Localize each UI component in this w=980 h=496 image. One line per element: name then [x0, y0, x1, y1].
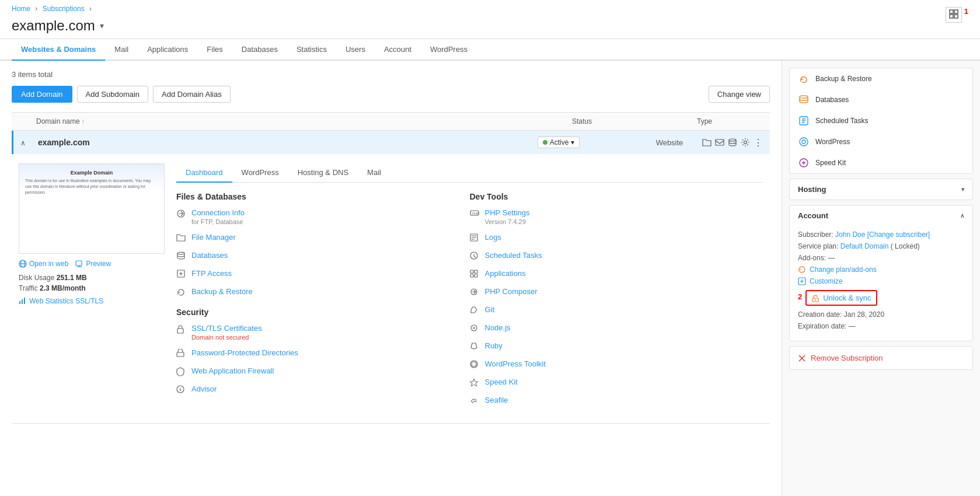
domain-tab-hosting-dns[interactable]: Hosting & DNS — [288, 163, 358, 183]
applications-item[interactable]: Applications — [470, 269, 763, 280]
database-action-icon[interactable] — [728, 137, 737, 148]
unlock-sync-button[interactable]: Unlock & sync — [805, 290, 877, 306]
domain-tab-mail[interactable]: Mail — [358, 163, 390, 183]
tab-applications[interactable]: Applications — [138, 39, 197, 61]
scheduled-tasks-link[interactable]: Scheduled Tasks — [485, 251, 542, 260]
breadcrumb-home[interactable]: Home — [12, 5, 30, 13]
ftp-access-link[interactable]: FTP Access — [191, 269, 232, 278]
files-databases-title: Files & Databases — [176, 192, 470, 201]
open-in-web-link[interactable]: Open in web — [19, 260, 68, 268]
svg-rect-2 — [950, 15, 953, 18]
waf-link[interactable]: Web Application Firewall — [191, 366, 274, 375]
speedkit-link[interactable]: Speed Kit — [485, 378, 518, 386]
backup-icon — [176, 288, 187, 298]
ssl-error: Domain not secured — [191, 334, 249, 341]
domain-tab-wordpress[interactable]: WordPress — [232, 163, 288, 183]
applications-link[interactable]: Applications — [485, 269, 526, 278]
seafile-link[interactable]: Seafile — [485, 396, 508, 404]
pwd-protected-link[interactable]: Password-Protected Directories — [191, 348, 298, 357]
domain-status[interactable]: Active ▾ — [494, 137, 623, 148]
service-plan-link[interactable]: Default Domain — [841, 242, 889, 250]
sidebar-item-scheduled-tasks[interactable]: Scheduled Tasks — [790, 110, 972, 131]
databases-item[interactable]: Databases — [176, 251, 470, 262]
corner-button[interactable] — [946, 7, 962, 23]
logs-link[interactable]: Logs — [485, 233, 501, 242]
breadcrumb-subscriptions[interactable]: Subscriptions — [43, 5, 85, 13]
tab-databases[interactable]: Databases — [232, 39, 287, 61]
tab-account[interactable]: Account — [375, 39, 421, 61]
waf-item[interactable]: Web Application Firewall — [176, 366, 470, 378]
preview-link[interactable]: Preview — [75, 260, 111, 268]
add-domain-alias-button[interactable]: Add Domain Alias — [153, 86, 231, 103]
tab-files[interactable]: Files — [197, 39, 232, 61]
sidebar-item-wordpress[interactable]: WordPress — [790, 131, 972, 152]
advisor-item[interactable]: Advisor — [176, 385, 470, 396]
subscriber-link[interactable]: John Doe — [835, 230, 865, 239]
more-action-icon[interactable]: ⋮ — [754, 137, 763, 148]
disk-usage-label: Disk Usage — [19, 274, 54, 282]
wordpress-toolkit-link[interactable]: WordPress Toolkit — [485, 359, 546, 368]
svg-rect-4 — [716, 139, 724, 145]
speedkit-item[interactable]: Speed Kit — [470, 378, 763, 389]
folder-action-icon[interactable] — [702, 137, 712, 148]
ruby-link[interactable]: Ruby — [485, 341, 503, 350]
dev-tools-title: Dev Tools — [470, 192, 763, 201]
domain-tab-dashboard[interactable]: Dashboard — [176, 163, 232, 183]
logs-item[interactable]: Logs — [470, 233, 763, 244]
svg-rect-16 — [177, 352, 184, 357]
backup-restore-item[interactable]: Backup & Restore — [176, 287, 470, 298]
nodejs-item[interactable]: Node.js — [470, 323, 763, 334]
scheduled-tasks-item[interactable]: Scheduled Tasks — [470, 251, 763, 262]
wordpress-toolkit-item[interactable]: WordPress Toolkit — [470, 359, 763, 371]
tab-users[interactable]: Users — [336, 39, 375, 61]
mail-action-icon[interactable] — [715, 137, 724, 148]
sidebar-item-backup[interactable]: Backup & Restore — [790, 68, 972, 89]
git-item[interactable]: Git — [470, 305, 763, 316]
remove-subscription-button[interactable]: Remove Subscription — [798, 354, 964, 362]
table-header: Domain name ↑ Status Type — [12, 112, 770, 131]
pwd-protected-item[interactable]: Password-Protected Directories — [176, 348, 470, 359]
account-section-header[interactable]: Account ∧ — [790, 205, 972, 226]
connection-info-link[interactable]: Connection Info — [191, 208, 245, 217]
customize-link[interactable]: Customize — [798, 277, 964, 285]
connection-info-item[interactable]: Connection Info for FTP, Database — [176, 208, 470, 226]
add-subdomain-button[interactable]: Add Subdomain — [77, 86, 149, 103]
backup-restore-link[interactable]: Backup & Restore — [191, 287, 253, 296]
file-manager-item[interactable]: File Manager — [176, 233, 470, 244]
php-composer-item[interactable]: PHP Composer — [470, 287, 763, 298]
stats-link[interactable]: Web Statistics SSL/TLS — [19, 297, 165, 305]
nodejs-link[interactable]: Node.js — [485, 323, 511, 332]
col-domain-name[interactable]: Domain name ↑ — [36, 117, 518, 125]
hosting-section-header[interactable]: Hosting ▾ — [790, 179, 972, 200]
ssl-item[interactable]: SSL/TLS Certificates Domain not secured — [176, 324, 470, 341]
title-dropdown-icon[interactable]: ▾ — [100, 21, 104, 30]
ftp-access-item[interactable]: FTP Access — [176, 269, 470, 280]
file-manager-link[interactable]: File Manager — [191, 233, 236, 242]
row-toggle[interactable]: ∧ — [20, 138, 38, 147]
databases-link[interactable]: Databases — [191, 251, 228, 260]
pwd-icon — [176, 349, 187, 359]
change-plan-link[interactable]: Change plan/add-ons — [798, 266, 964, 274]
php-composer-link[interactable]: PHP Composer — [485, 287, 538, 296]
tab-wordpress[interactable]: WordPress — [421, 39, 477, 61]
tab-websites-domains[interactable]: Websites & Domains — [12, 39, 105, 61]
php-settings-link[interactable]: PHP Settings — [485, 208, 530, 217]
sidebar-item-speedkit[interactable]: Speed Kit — [790, 152, 972, 173]
change-view-button[interactable]: Change view — [709, 86, 770, 103]
change-subscriber-link[interactable]: [Change subscriber] — [867, 230, 930, 239]
tab-statistics[interactable]: Statistics — [287, 39, 336, 61]
seafile-item[interactable]: Seafile — [470, 396, 763, 407]
tab-mail[interactable]: Mail — [105, 39, 138, 61]
advisor-link[interactable]: Advisor — [191, 385, 217, 393]
sidebar-item-databases[interactable]: Databases — [790, 89, 972, 110]
ruby-item[interactable]: Ruby — [470, 341, 763, 352]
settings-action-icon[interactable] — [741, 137, 750, 148]
ssl-link[interactable]: SSL/TLS Certificates — [191, 324, 262, 333]
hosting-label: Hosting — [798, 185, 826, 194]
database-icon — [176, 252, 187, 262]
php-icon: PHP — [470, 209, 480, 219]
php-settings-item[interactable]: PHP PHP Settings Version 7.4.29 — [470, 208, 763, 226]
git-link[interactable]: Git — [485, 305, 495, 314]
add-domain-button[interactable]: Add Domain — [12, 86, 72, 103]
creation-date-value: Jan 28, 2020 — [844, 310, 884, 319]
